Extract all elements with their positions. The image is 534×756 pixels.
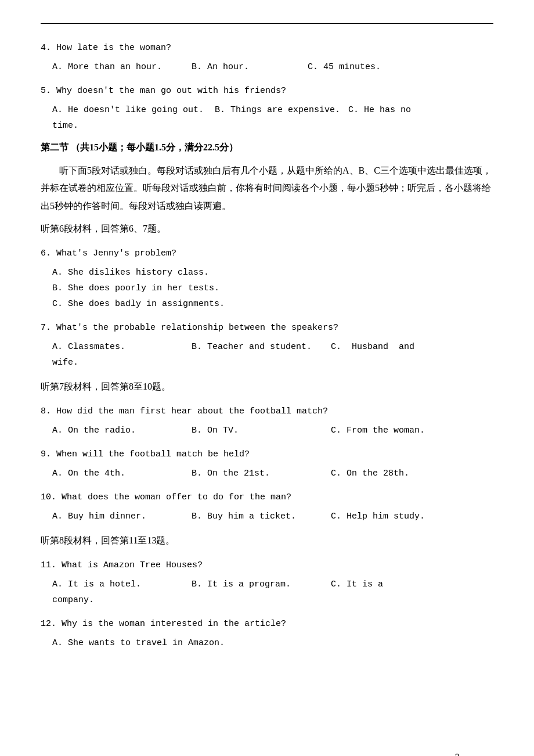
question-10-title: 10. What does the woman offer to do for …: [41, 489, 493, 505]
q5-optB: B. Things are expensive.: [215, 102, 348, 118]
group-8-10-instruction: 听第7段材料，回答第8至10题。: [41, 379, 493, 395]
instruction-11-13: 听第8段材料，回答第11至13题。: [41, 532, 493, 549]
question-6-title: 6. What's Jenny's problem?: [41, 246, 493, 261]
q5-optA: A. He doesn't like going out.: [52, 102, 215, 118]
question-11-options: A. It is a hotel. B. It is a program. C.…: [41, 577, 493, 608]
page-wrapper: 4. How late is the woman? A. More than a…: [41, 23, 493, 756]
q4-optC: C. 45 minutes.: [308, 59, 381, 75]
q7-optA: A. Classmates.: [52, 339, 192, 355]
q10-optA: A. Buy him dinner.: [52, 509, 192, 524]
q4-optA: A. More than an hour.: [52, 59, 192, 75]
instruction-8-10: 听第7段材料，回答第8至10题。: [41, 379, 493, 395]
question-8: 8. How did the man first hear about the …: [41, 404, 493, 438]
q6-optB: B. She does poorly in her tests.: [52, 280, 493, 296]
section2-header: 第二节 （共15小题；每小题1.5分，满分22.5分）: [41, 142, 493, 154]
question-11: 11. What is Amazon Tree Houses? A. It is…: [41, 557, 493, 608]
q7-continuation: wife.: [52, 355, 493, 370]
question-12-options: A. She wants to travel in Amazon.: [41, 635, 493, 651]
q7-optC: C. Husband and: [331, 339, 414, 355]
question-7: 7. What's the probable relationship betw…: [41, 320, 493, 370]
question-5-options: A. He doesn't like going out. B. Things …: [41, 102, 493, 134]
q10-optC: C. Help him study.: [331, 509, 425, 524]
question-10: 10. What does the woman offer to do for …: [41, 489, 493, 524]
group-6-7-instruction: 听第6段材料，回答第6、7题。: [41, 221, 493, 237]
instruction-6-7: 听第6段材料，回答第6、7题。: [41, 221, 493, 237]
q9-optA: A. On the 4th.: [52, 466, 192, 481]
q11-optA: A. It is a hotel.: [52, 577, 192, 592]
q8-optA: A. On the radio.: [52, 423, 192, 438]
question-7-options: A. Classmates. B. Teacher and student. C…: [41, 339, 493, 370]
q8-optB: B. On TV.: [192, 423, 331, 438]
question-12-title: 12. Why is the woman interested in the a…: [41, 616, 493, 632]
group-11-13-instruction: 听第8段材料，回答第11至13题。: [41, 532, 493, 549]
q4-optB: B. An hour.: [192, 59, 308, 75]
question-12: 12. Why is the woman interested in the a…: [41, 616, 493, 651]
question-9: 9. When will the football match be held?…: [41, 447, 493, 481]
q12-optA: A. She wants to travel in Amazon.: [52, 635, 493, 651]
q6-optC: C. She does badly in assignments.: [52, 296, 493, 312]
question-4-title: 4. How late is the woman?: [41, 40, 493, 56]
question-11-title: 11. What is Amazon Tree Houses?: [41, 557, 493, 573]
question-9-title: 9. When will the football match be held?: [41, 447, 493, 462]
q11-continuation: company.: [52, 592, 493, 608]
question-6-options: A. She dislikes history class. B. She do…: [41, 265, 493, 312]
question-7-title: 7. What's the probable relationship betw…: [41, 320, 493, 336]
question-5-title: 5. Why doesn't the man go out with his f…: [41, 83, 493, 99]
question-8-title: 8. How did the man first hear about the …: [41, 404, 493, 419]
page-number: -2-: [450, 753, 464, 756]
top-divider: [41, 23, 493, 24]
question-5: 5. Why doesn't the man go out with his f…: [41, 83, 493, 134]
q11-optC: C. It is a: [331, 577, 383, 592]
question-9-options: A. On the 4th. B. On the 21st. C. On the…: [41, 466, 493, 481]
question-10-options: A. Buy him dinner. B. Buy him a ticket. …: [41, 509, 493, 524]
question-6: 6. What's Jenny's problem? A. She dislik…: [41, 246, 493, 312]
q8-optC: C. From the woman.: [331, 423, 425, 438]
q7-optB: B. Teacher and student.: [192, 339, 331, 355]
q5-optC: C. He has no: [348, 102, 411, 118]
q11-optB: B. It is a program.: [192, 577, 331, 592]
q5-continuation: time.: [52, 118, 493, 134]
q10-optB: B. Buy him a ticket.: [192, 509, 331, 524]
q9-optB: B. On the 21st.: [192, 466, 331, 481]
section2-intro: 听下面5段对话或独白。每段对话或独白后有几个小题，从题中所给的A、B、C三个选项…: [41, 162, 493, 215]
question-4: 4. How late is the woman? A. More than a…: [41, 40, 493, 75]
question-8-options: A. On the radio. B. On TV. C. From the w…: [41, 423, 493, 438]
q6-optA: A. She dislikes history class.: [52, 265, 493, 280]
q9-optC: C. On the 28th.: [331, 466, 409, 481]
question-4-options: A. More than an hour. B. An hour. C. 45 …: [41, 59, 493, 75]
